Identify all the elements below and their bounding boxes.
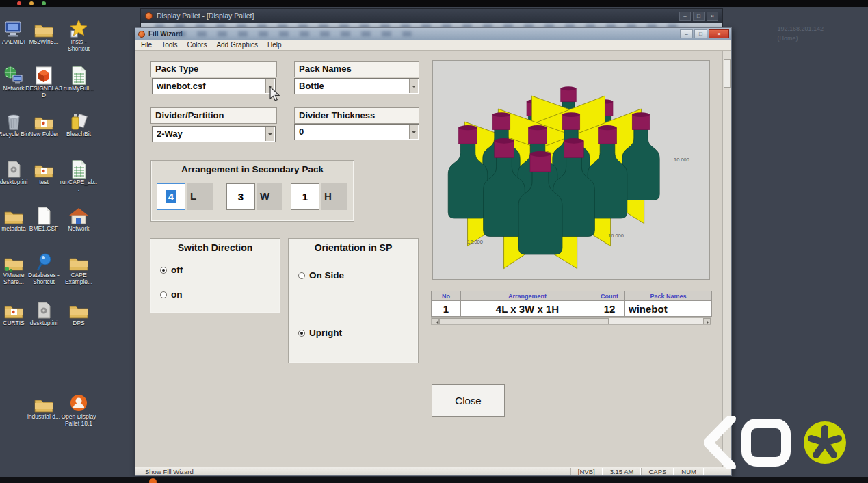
arrangement-height-value: 1 — [302, 191, 308, 203]
desktop-icon[interactable]: DESIGNBLA3D — [25, 66, 63, 99]
status-cell: 3:15 AM — [603, 468, 642, 475]
file-icon — [25, 206, 63, 225]
chevron-down-icon[interactable] — [265, 127, 274, 141]
table-header[interactable]: Pack Names — [625, 291, 712, 301]
divider-partition-dropdown[interactable]: 2-Way — [152, 126, 276, 142]
scroll-right-icon[interactable] — [703, 318, 711, 324]
desktop-icon[interactable]: Network — [60, 206, 98, 233]
table-header[interactable]: No — [432, 291, 461, 301]
arrangement-height-unit: H — [321, 183, 347, 210]
arrangement-height-input[interactable]: 1 — [291, 183, 319, 210]
close-button[interactable]: Close — [432, 384, 505, 417]
menu-item-help[interactable]: Help — [267, 41, 282, 49]
desktop-icon-label: M52Win5... — [25, 39, 63, 46]
fill-wizard-window: Fill Wizard – □ × FileToolsColorsAdd Gra… — [135, 27, 732, 476]
vscroll-thumb[interactable] — [724, 59, 731, 88]
pack-type-value: winebot.csf — [157, 81, 206, 91]
radio-selected-icon[interactable] — [160, 267, 167, 274]
divider-partition-label: Divider/Partition — [150, 107, 277, 124]
outer-minimize-button[interactable]: – — [679, 12, 691, 21]
hscroll-thumb[interactable] — [439, 318, 609, 324]
wizard-maximize-button[interactable]: □ — [694, 29, 707, 38]
wizard-minimize-button[interactable]: – — [680, 29, 693, 38]
scroll-left-icon[interactable] — [432, 318, 439, 324]
outer-maximize-button[interactable]: □ — [693, 12, 705, 21]
desktop-icon-label: DPS — [60, 320, 98, 327]
brand-logo-icon — [704, 416, 849, 469]
arrangement-length-input[interactable]: 4 — [157, 183, 185, 210]
results-hscrollbar[interactable] — [431, 317, 711, 325]
menu-item-colors[interactable]: Colors — [187, 41, 207, 49]
wizard-close-button[interactable]: × — [709, 29, 729, 38]
gearfile-icon — [25, 300, 63, 319]
menu-item-tools[interactable]: Tools — [161, 41, 177, 49]
switch-direction-on-radio[interactable]: on — [160, 289, 183, 300]
folderdoc-icon — [25, 112, 63, 131]
dimension-right: 10.000 — [674, 157, 689, 163]
menu-item-add-graphics[interactable]: Add Graphics — [216, 41, 258, 49]
divider-thickness-label: Divider Thickness — [294, 107, 419, 124]
table-cell: 4L x 3W x 1H — [461, 301, 594, 317]
blurred-title-region — [176, 31, 412, 36]
outer-close-button[interactable]: × — [707, 12, 718, 21]
wizard-content: Pack Type winebot.csf Pack Names Bottle … — [135, 51, 731, 468]
radio-unselected-icon[interactable] — [298, 272, 305, 279]
desktop-icon[interactable]: desktop.ini — [25, 300, 63, 327]
desktop-icon[interactable]: BME1.CSF — [25, 206, 63, 233]
chevron-down-icon[interactable] — [409, 79, 418, 93]
screen: { "desktop": { "overlay_ip": "192.168.20… — [0, 0, 868, 483]
desktop-icon[interactable]: industrial d... — [25, 394, 63, 421]
pack-names-dropdown[interactable]: Bottle — [294, 78, 419, 94]
pack-3d-viewport[interactable]: 10.000 12.000 16.000 — [432, 60, 710, 280]
fill-wizard-titlebar[interactable]: Fill Wizard – □ × — [135, 28, 731, 40]
wizard-menubar: FileToolsColorsAdd GraphicsHelp — [135, 40, 731, 51]
bottle-pack-scene — [433, 61, 709, 279]
switch-direction-off-radio[interactable]: off — [160, 265, 183, 275]
radio-unselected-icon[interactable] — [160, 291, 167, 298]
display-pallet-titlebar[interactable]: Display Pallet - [Display Pallet] – □ × — [141, 9, 722, 23]
status-message: Show Fill Wizard — [135, 468, 570, 475]
desktop-icon[interactable]: test — [25, 159, 63, 186]
switch-off-label: off — [171, 265, 183, 275]
folder-icon — [25, 394, 63, 413]
status-right: [NVB]3:15 AMCAPSNUM — [570, 468, 704, 475]
orientation-group: Orientation in SP On Side Upright — [288, 238, 419, 363]
dimension-bottom: 16.000 — [608, 233, 624, 239]
desktop-icon[interactable]: DPS — [60, 300, 98, 327]
orientation-onside-radio[interactable]: On Side — [298, 270, 344, 280]
desktop-icon-label: industrial d... — [25, 414, 63, 421]
pack-type-dropdown[interactable]: winebot.csf — [152, 78, 276, 94]
taskbar-app-icon[interactable] — [149, 478, 157, 483]
desktop-icon-label: Insts - Shortcut — [60, 39, 98, 53]
radio-selected-icon[interactable] — [298, 330, 305, 337]
desktop-icon[interactable]: New Folder — [25, 112, 63, 138]
table-header[interactable]: Arrangement — [461, 291, 594, 301]
desktop-icon[interactable]: Open Display Pallet 18.1 — [60, 394, 98, 428]
arrangement-width-input[interactable]: 3 — [226, 183, 255, 210]
table-header[interactable]: Count — [594, 291, 625, 301]
taskbar[interactable] — [0, 477, 868, 483]
desktop-icon[interactable]: CAPE Example... — [60, 252, 98, 286]
desktop-icon[interactable]: Databases - Shortcut — [25, 252, 63, 286]
display-pallet-title: Display Pallet - [Display Pallet] — [157, 12, 677, 20]
desktop-icon[interactable]: M52Win5... — [25, 19, 63, 46]
menu-item-file[interactable]: File — [141, 41, 152, 49]
desktop-icon-label: CAPE Example... — [60, 272, 98, 286]
arrangement-width-value: 3 — [238, 191, 244, 203]
divider-thickness-dropdown[interactable]: 0 — [294, 124, 419, 140]
orientation-upright-radio[interactable]: Upright — [298, 328, 342, 338]
status-bar: Show Fill Wizard [NVB]3:15 AMCAPSNUM — [135, 467, 731, 475]
folder-icon — [60, 252, 98, 272]
desktop-icon[interactable]: BleachBit — [60, 112, 98, 138]
desktop-icon[interactable]: runCAPE_ab... — [60, 159, 98, 193]
table-row[interactable]: 14L x 3W x 1H12winebot — [432, 301, 712, 317]
desktop-icon[interactable]: runMyFull... — [60, 66, 98, 92]
desktop-icon[interactable]: Insts - Shortcut — [60, 19, 98, 53]
chevron-down-icon[interactable] — [409, 125, 418, 139]
desktop-icon-label: Network — [60, 226, 98, 233]
star-icon — [60, 19, 98, 38]
desktop: AALMIDIM52Win5...Insts - ShortcutNetwork… — [0, 7, 116, 479]
arrangement-group: Arrangement in Secondary Pack 4 L 3 W 1 … — [150, 160, 354, 222]
wizard-vscrollbar[interactable] — [722, 51, 731, 467]
dimension-left: 12.000 — [467, 239, 483, 245]
